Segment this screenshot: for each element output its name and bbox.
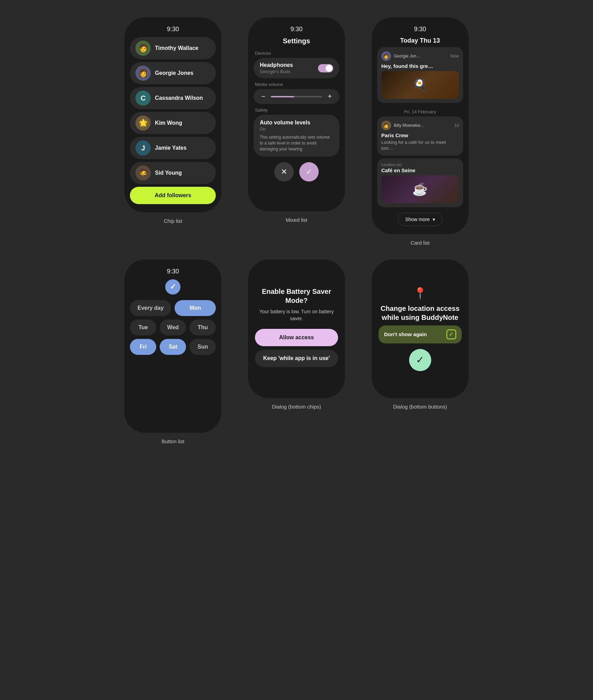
days-row: Tue Wed Thu Fri Sat Sun [130, 320, 216, 355]
chip-kim[interactable]: 🌟 Kim Wong [130, 112, 216, 134]
time-chip: 9:30 [167, 26, 179, 33]
avatar-timothy: 🧑 [135, 41, 151, 56]
avatar-jamie: J [135, 140, 151, 156]
chip-jamie[interactable]: J Jamie Yates [130, 137, 216, 159]
settings-dialog-buttons: ✕ ✓ [254, 162, 339, 182]
name-timothy: Timothy Wallace [155, 45, 198, 51]
card-list-label: Card list [410, 240, 430, 246]
dialog-buttons-label: Dialog (bottom buttons) [393, 404, 447, 410]
avatar-sid: 🧔 [135, 165, 151, 181]
card-list-wrapper: 9:30 Today Thu 13 👩 Georgie Jon… Now Hey… [363, 17, 477, 246]
card-title-billy: Paris Crew [381, 132, 459, 138]
card-title-georgie: Hey, found this gre… [381, 63, 459, 69]
time-card: 9:30 [414, 26, 426, 33]
auto-volume-desc: This setting automatically sets volume t… [260, 134, 333, 152]
toggle-knob [326, 65, 333, 72]
check-header: ✓ [165, 279, 180, 295]
location-pin-label: Location pin [381, 163, 459, 167]
card-image-food: 🍳 [381, 71, 459, 99]
chip-list-label: Chip list [164, 218, 182, 224]
name-kim: Kim Wong [155, 120, 182, 126]
day-mon-button[interactable]: Mon [175, 300, 216, 316]
dialog-chips-device: Enable Battery Saver Mode? Your battery … [248, 260, 345, 398]
add-followers-button[interactable]: Add followers [130, 187, 216, 204]
card-georgie[interactable]: 👩 Georgie Jon… Now Hey, found this gre… … [377, 47, 463, 103]
button-list-wrapper: 9:30 ✓ Every day Mon Tue Wed Thu Fri Sat… [116, 260, 230, 444]
confirm-checkmark-icon: ✓ [416, 354, 424, 366]
name-sid: Sid Young [155, 170, 182, 176]
checkmark-icon: ✓ [170, 282, 176, 291]
volume-fill [271, 96, 294, 97]
card-location[interactable]: Location pin Café en Seine ☕ [377, 158, 463, 207]
button-list-device: 9:30 ✓ Every day Mon Tue Wed Thu Fri Sat… [124, 260, 221, 433]
button-list-label: Button list [161, 438, 184, 444]
volume-decrease-button[interactable]: − [258, 93, 268, 100]
mixed-list-device: 9:30 Settings Devices Headphones Georgie… [248, 17, 345, 211]
avatar-georgie: 👩 [135, 65, 151, 81]
today-header: Today Thu 13 [400, 37, 440, 44]
day-wed-button[interactable]: Wed [160, 320, 186, 335]
day-sat-button[interactable]: Sat [160, 339, 186, 355]
chip-list-wrapper: 9:30 🧑 Timothy Wallace 👩 Georgie Jones C… [116, 17, 230, 246]
day-tue-button[interactable]: Tue [130, 320, 156, 335]
location-name: Café en Seine [381, 167, 459, 173]
day-fri-button[interactable]: Fri [130, 339, 156, 355]
confirm-circle-button[interactable]: ✓ [409, 349, 431, 371]
chevron-down-icon: ▾ [433, 217, 435, 222]
day-everyday-button[interactable]: Every day [130, 300, 171, 316]
location-pin-icon: 📍 [413, 287, 427, 300]
chip-cassandra[interactable]: C Cassandra Wilson [130, 87, 216, 109]
card-list-device: 9:30 Today Thu 13 👩 Georgie Jon… Now Hey… [372, 17, 469, 234]
card-avatar-georgie: 👩 [381, 51, 391, 61]
card-list: 👩 Georgie Jon… Now Hey, found this gre… … [377, 47, 463, 210]
auto-volume-item: Auto volume levels On This setting autom… [254, 115, 339, 157]
name-georgie: Georgie Jones [155, 70, 193, 76]
headphones-toggle[interactable] [318, 64, 333, 72]
mixed-list-wrapper: 9:30 Settings Devices Headphones Georgie… [240, 17, 353, 246]
confirm-button[interactable]: ✓ [299, 162, 319, 182]
volume-section: − + [254, 89, 339, 104]
headphones-sub: Georgie's Buds [260, 69, 293, 74]
dont-show-text: Don't show again [384, 331, 427, 337]
time-mixed: 9:30 [290, 26, 302, 33]
auto-volume-name: Auto volume levels [260, 120, 333, 126]
card-billy[interactable]: 🧑 Billy Moenekw… 1d Paris Crew Looking f… [377, 116, 463, 156]
auto-volume-status: On [260, 126, 333, 132]
chip-list: 🧑 Timothy Wallace 👩 Georgie Jones C Cass… [130, 37, 216, 184]
chip-timothy[interactable]: 🧑 Timothy Wallace [130, 37, 216, 59]
dialog-buttons-wrapper: 📍 Change location access while using Bud… [363, 260, 477, 444]
card-time-billy: 1d [454, 123, 459, 128]
card-sender-georgie: Georgie Jon… [394, 54, 448, 59]
cancel-button[interactable]: ✕ [274, 162, 294, 182]
allow-access-button[interactable]: Allow access [255, 329, 338, 346]
show-more-button[interactable]: Show more ▾ [398, 213, 442, 226]
time-button: 9:30 [167, 268, 179, 275]
dont-show-row[interactable]: Don't show again ✓ [379, 325, 462, 343]
dont-show-checkbox[interactable]: ✓ [446, 330, 456, 339]
chip-sid[interactable]: 🧔 Sid Young [130, 162, 216, 184]
card-avatar-billy: 🧑 [381, 121, 391, 130]
chip-list-device: 9:30 🧑 Timothy Wallace 👩 Georgie Jones C… [124, 17, 221, 212]
chip-georgie[interactable]: 👩 Georgie Jones [130, 62, 216, 84]
day-thu-button[interactable]: Thu [189, 320, 216, 335]
mixed-list-label: Mixed list [286, 217, 308, 223]
volume-slider[interactable] [271, 96, 322, 97]
day-sun-button[interactable]: Sun [189, 339, 216, 355]
name-cassandra: Cassandra Wilson [155, 95, 203, 101]
headphones-name: Headphones [260, 62, 293, 68]
show-more-label: Show more [405, 217, 430, 222]
keep-while-in-use-button[interactable]: Keep 'while app is in use' [255, 350, 338, 367]
date-separator: Fri, 14 February [377, 109, 463, 114]
dialog-chips-title: Enable Battery Saver Mode? [255, 287, 338, 305]
dialog-chips-wrapper: Enable Battery Saver Mode? Your battery … [240, 260, 353, 444]
card-time-georgie: Now [451, 54, 459, 59]
card-sender-billy: Billy Moenekw… [394, 123, 452, 128]
volume-increase-button[interactable]: + [325, 93, 335, 100]
dialog-buttons-title: Change location access while using Buddy… [379, 304, 462, 322]
avatar-initial-jamie: J [141, 144, 145, 152]
card-image-cafe: ☕ [381, 175, 459, 203]
dialog-buttons-device: 📍 Change location access while using Bud… [372, 260, 469, 398]
avatar-cassandra: C [135, 90, 151, 106]
avatar-kim: 🌟 [135, 115, 151, 131]
name-jamie: Jamie Yates [155, 145, 186, 151]
